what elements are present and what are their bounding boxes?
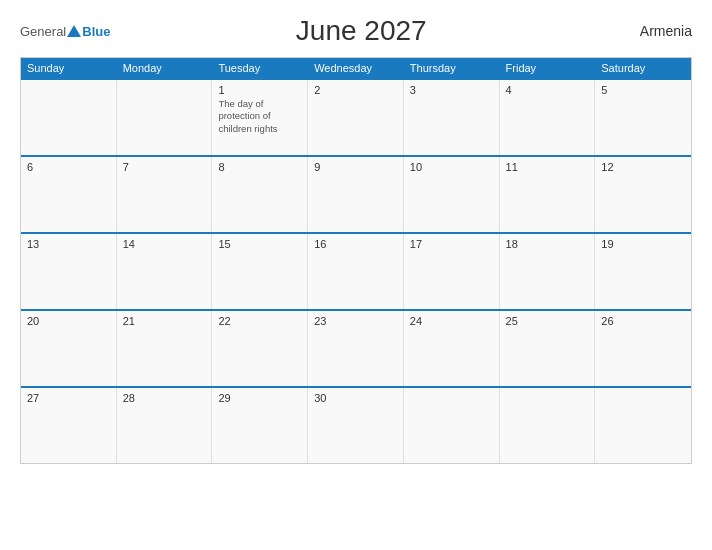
day-header-friday: Friday [500, 58, 596, 78]
cell-event-text: The day of protection of children rights [218, 98, 301, 135]
cell-date-number: 13 [27, 238, 110, 250]
calendar-cell: 21 [117, 311, 213, 386]
calendar-week-3: 13141516171819 [21, 232, 691, 309]
cell-date-number: 27 [27, 392, 110, 404]
calendar-cell [500, 388, 596, 463]
calendar-cell [117, 80, 213, 155]
calendar-cell: 23 [308, 311, 404, 386]
cell-date-number: 28 [123, 392, 206, 404]
cell-date-number: 24 [410, 315, 493, 327]
day-header-wednesday: Wednesday [308, 58, 404, 78]
cell-date-number: 15 [218, 238, 301, 250]
cell-date-number: 16 [314, 238, 397, 250]
calendar-body: 1The day of protection of children right… [21, 78, 691, 463]
calendar-cell: 25 [500, 311, 596, 386]
cell-date-number: 26 [601, 315, 685, 327]
cell-date-number: 14 [123, 238, 206, 250]
calendar-cell: 2 [308, 80, 404, 155]
cell-date-number: 1 [218, 84, 301, 96]
calendar-page: General Blue June 2027 Armenia SundayMon… [0, 0, 712, 550]
calendar-cell: 10 [404, 157, 500, 232]
calendar-cell: 4 [500, 80, 596, 155]
cell-date-number: 9 [314, 161, 397, 173]
calendar-cell [21, 80, 117, 155]
day-header-sunday: Sunday [21, 58, 117, 78]
calendar-cell: 7 [117, 157, 213, 232]
calendar-cell: 12 [595, 157, 691, 232]
calendar-cell: 29 [212, 388, 308, 463]
calendar-cell: 16 [308, 234, 404, 309]
calendar-cell: 9 [308, 157, 404, 232]
calendar-cell [404, 388, 500, 463]
day-header-tuesday: Tuesday [212, 58, 308, 78]
cell-date-number: 30 [314, 392, 397, 404]
calendar-cell: 6 [21, 157, 117, 232]
calendar-grid: SundayMondayTuesdayWednesdayThursdayFrid… [20, 57, 692, 464]
calendar-cell: 17 [404, 234, 500, 309]
calendar-header: SundayMondayTuesdayWednesdayThursdayFrid… [21, 58, 691, 78]
calendar-cell: 8 [212, 157, 308, 232]
calendar-week-2: 6789101112 [21, 155, 691, 232]
day-header-monday: Monday [117, 58, 213, 78]
logo-blue-text: Blue [82, 24, 110, 39]
calendar-cell: 28 [117, 388, 213, 463]
cell-date-number: 12 [601, 161, 685, 173]
logo: General Blue [20, 24, 110, 39]
cell-date-number: 8 [218, 161, 301, 173]
calendar-cell: 27 [21, 388, 117, 463]
country-label: Armenia [612, 23, 692, 39]
cell-date-number: 3 [410, 84, 493, 96]
cell-date-number: 29 [218, 392, 301, 404]
cell-date-number: 7 [123, 161, 206, 173]
cell-date-number: 23 [314, 315, 397, 327]
calendar-cell: 3 [404, 80, 500, 155]
cell-date-number: 5 [601, 84, 685, 96]
cell-date-number: 19 [601, 238, 685, 250]
calendar-cell: 15 [212, 234, 308, 309]
calendar-cell: 22 [212, 311, 308, 386]
day-header-thursday: Thursday [404, 58, 500, 78]
cell-date-number: 11 [506, 161, 589, 173]
cell-date-number: 4 [506, 84, 589, 96]
cell-date-number: 22 [218, 315, 301, 327]
calendar-cell: 30 [308, 388, 404, 463]
cell-date-number: 2 [314, 84, 397, 96]
calendar-cell: 19 [595, 234, 691, 309]
calendar-cell: 13 [21, 234, 117, 309]
calendar-week-1: 1The day of protection of children right… [21, 78, 691, 155]
day-header-saturday: Saturday [595, 58, 691, 78]
cell-date-number: 18 [506, 238, 589, 250]
cell-date-number: 10 [410, 161, 493, 173]
cell-date-number: 6 [27, 161, 110, 173]
calendar-cell: 11 [500, 157, 596, 232]
logo-triangle-icon [67, 25, 81, 37]
calendar-cell [595, 388, 691, 463]
cell-date-number: 25 [506, 315, 589, 327]
calendar-cell: 18 [500, 234, 596, 309]
calendar-cell: 1The day of protection of children right… [212, 80, 308, 155]
calendar-title: June 2027 [110, 15, 612, 47]
calendar-cell: 14 [117, 234, 213, 309]
calendar-cell: 24 [404, 311, 500, 386]
calendar-cell: 20 [21, 311, 117, 386]
calendar-cell: 5 [595, 80, 691, 155]
cell-date-number: 17 [410, 238, 493, 250]
calendar-week-5: 27282930 [21, 386, 691, 463]
page-header: General Blue June 2027 Armenia [20, 15, 692, 47]
cell-date-number: 21 [123, 315, 206, 327]
calendar-cell: 26 [595, 311, 691, 386]
logo-general-text: General [20, 24, 66, 39]
calendar-week-4: 20212223242526 [21, 309, 691, 386]
cell-date-number: 20 [27, 315, 110, 327]
